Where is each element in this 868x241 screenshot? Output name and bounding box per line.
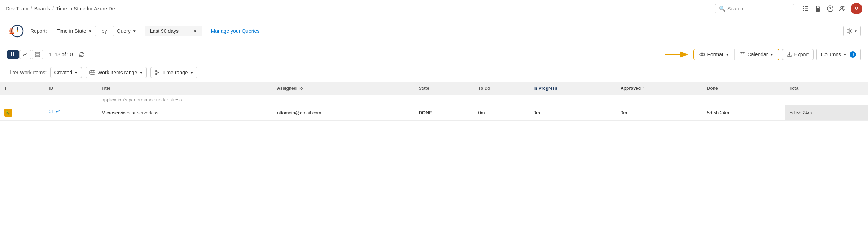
partial-id (44, 95, 97, 105)
topbar-icons: ? V (802, 3, 862, 14)
svg-point-9 (841, 6, 843, 9)
time-range-dropdown[interactable]: Time range ▼ (150, 67, 197, 78)
svg-rect-21 (11, 54, 12, 56)
trend-icon (56, 109, 60, 114)
svg-rect-23 (35, 52, 40, 53)
checklist-icon[interactable] (802, 5, 810, 13)
row1-done: 5d 5h 24m (703, 105, 785, 120)
settings-button[interactable]: ▼ (843, 26, 861, 36)
date-range-label: Last 90 days (150, 28, 179, 34)
manage-queries-link[interactable]: Manage your Queries (211, 28, 839, 34)
columns-badge: 3 (850, 51, 856, 58)
breadcrumb-sep1: / (31, 6, 32, 12)
query-type-dropdown[interactable]: Query ▼ (113, 26, 140, 36)
grid-view-button[interactable] (7, 50, 19, 59)
col-done: Done (703, 82, 785, 95)
chart-view-button[interactable] (19, 50, 31, 59)
svg-rect-25 (35, 56, 40, 57)
date-range-dropdown[interactable]: Last 90 days ▼ (145, 26, 202, 36)
svg-text:?: ? (829, 6, 832, 11)
calendar-chevron: ▼ (770, 53, 773, 57)
table-container: T ID Title Assigned To State To Do In Pr… (0, 82, 868, 120)
columns-label: Columns (821, 52, 841, 57)
svg-rect-4 (803, 10, 804, 11)
svg-rect-3 (805, 8, 808, 9)
row1-assigned: ottomoin@gmail.com (273, 105, 414, 120)
svg-rect-20 (13, 52, 14, 54)
col-state: State (414, 82, 474, 95)
eye-icon (699, 52, 705, 57)
report-label: Report: (30, 28, 47, 34)
partial-title: application's performance under stress (97, 95, 868, 105)
report-type-dropdown[interactable]: Time in State ▼ (53, 26, 96, 36)
work-items-range-label: Work Items range (97, 70, 137, 75)
by-label: by (102, 28, 107, 34)
col-approved[interactable]: Approved ↑ (616, 82, 703, 95)
chart-icon (23, 52, 28, 57)
refresh-icon (79, 51, 85, 58)
work-items-range-dropdown[interactable]: Work Items range ▼ (86, 67, 147, 78)
table-row-partial: application's performance under stress (0, 95, 868, 105)
count-text: 1–18 of 18 (49, 52, 73, 57)
people-icon[interactable] (838, 5, 846, 13)
svg-point-38 (155, 70, 157, 72)
breadcrumb-dev-team[interactable]: Dev Team (6, 6, 29, 12)
table-icon (35, 52, 40, 57)
svg-rect-0 (803, 6, 804, 7)
export-button[interactable]: Export (782, 49, 813, 60)
settings-chevron: ▼ (854, 29, 858, 33)
row1-inprogress: 0m (529, 105, 616, 120)
format-button[interactable]: Format ▼ (694, 49, 734, 60)
scissors-icon (154, 70, 160, 75)
table-view-button[interactable] (32, 50, 43, 59)
search-icon: 🔍 (719, 6, 725, 12)
columns-button[interactable]: Columns ▼ 3 (816, 49, 861, 60)
work-items-icon (89, 70, 95, 75)
created-label: Created (54, 70, 72, 75)
col-to-do: To Do (474, 82, 529, 95)
work-items-table: T ID Title Assigned To State To Do In Pr… (0, 82, 868, 120)
svg-rect-24 (35, 54, 40, 55)
grid-icon (10, 52, 16, 57)
format-chevron: ▼ (725, 53, 729, 57)
topbar: Dev Team / Boards / Time in State for Az… (0, 0, 868, 17)
row1-id[interactable]: 51 (44, 105, 97, 118)
work-items-chevron: ▼ (139, 71, 143, 75)
svg-rect-19 (11, 52, 12, 54)
svg-rect-34 (90, 71, 95, 74)
main-content: Report: Time in State ▼ by Query ▼ Last … (0, 17, 868, 120)
svg-rect-22 (13, 54, 14, 56)
row1-type: 🐛 (0, 105, 44, 120)
col-id: ID (44, 82, 97, 95)
format-label: Format (707, 52, 723, 57)
row1-todo: 0m (474, 105, 529, 120)
filter-row: Filter Work Items: Created ▼ Work Items … (0, 64, 868, 82)
created-filter-dropdown[interactable]: Created ▼ (50, 67, 82, 78)
help-icon[interactable]: ? (826, 5, 834, 13)
search-input[interactable] (727, 6, 790, 12)
svg-line-41 (157, 72, 159, 74)
calendar-button[interactable]: Calendar ▼ (735, 49, 779, 60)
export-label: Export (794, 52, 808, 57)
calendar-icon (740, 52, 745, 57)
query-type-chevron: ▼ (133, 29, 136, 33)
lock-icon[interactable] (814, 5, 822, 13)
col-title: Title (97, 82, 273, 95)
row1-title: Microservices or serverless (97, 105, 273, 120)
time-range-chevron: ▼ (190, 71, 194, 75)
toolbar-row: 1–18 of 18 (0, 45, 868, 64)
breadcrumb: Dev Team / Boards / Time in State for Az… (6, 6, 712, 12)
refresh-button[interactable] (79, 51, 85, 58)
svg-rect-30 (740, 53, 745, 57)
breadcrumb-sep2: / (52, 6, 54, 12)
search-box[interactable]: 🔍 (715, 4, 794, 13)
col-type: T (0, 82, 44, 95)
svg-rect-2 (803, 8, 804, 9)
row1-state: DONE (414, 105, 474, 120)
time-range-label: Time range (162, 70, 188, 75)
breadcrumb-boards[interactable]: Boards (34, 6, 50, 12)
report-type-chevron: ▼ (88, 29, 92, 33)
avatar[interactable]: V (851, 3, 862, 14)
query-type-label: Query (117, 28, 131, 34)
svg-point-10 (843, 6, 845, 8)
